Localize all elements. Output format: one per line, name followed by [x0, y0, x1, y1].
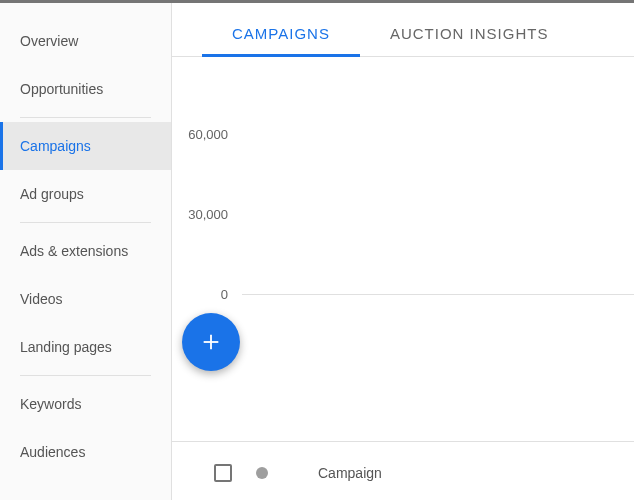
sidebar-item-overview[interactable]: Overview — [0, 17, 171, 65]
sidebar-item-opportunities[interactable]: Opportunities — [0, 65, 171, 113]
sidebar-item-landing-pages[interactable]: Landing pages — [0, 323, 171, 371]
chart-ytick-label: 60,000 — [172, 127, 242, 142]
tabs: CAMPAIGNS AUCTION INSIGHTS — [172, 3, 634, 57]
main-panel: CAMPAIGNS AUCTION INSIGHTS 60,000 30,000… — [172, 3, 634, 500]
chart-ytick-label: 30,000 — [172, 207, 242, 222]
campaign-table-header: Campaign — [172, 441, 634, 482]
sidebar-separator — [20, 222, 151, 223]
plus-icon — [200, 331, 222, 353]
chart-axis-line — [242, 294, 634, 295]
add-campaign-button[interactable] — [182, 313, 240, 371]
chart-ytick-label: 0 — [172, 287, 242, 302]
sidebar-item-campaigns[interactable]: Campaigns — [0, 122, 171, 170]
sidebar-separator — [20, 117, 151, 118]
sidebar-item-videos[interactable]: Videos — [0, 275, 171, 323]
select-all-checkbox[interactable] — [214, 464, 232, 482]
column-header-campaign[interactable]: Campaign — [318, 465, 382, 481]
sidebar-item-audiences[interactable]: Audiences — [0, 428, 171, 476]
campaigns-chart: 60,000 30,000 0 — [172, 97, 634, 317]
sidebar-separator — [20, 375, 151, 376]
tab-campaigns[interactable]: CAMPAIGNS — [202, 25, 360, 56]
sidebar: Overview Opportunities Campaigns Ad grou… — [0, 3, 172, 500]
sidebar-item-ad-groups[interactable]: Ad groups — [0, 170, 171, 218]
sidebar-item-keywords[interactable]: Keywords — [0, 380, 171, 428]
status-indicator-icon — [256, 467, 268, 479]
tab-auction-insights[interactable]: AUCTION INSIGHTS — [360, 25, 579, 56]
sidebar-item-ads-extensions[interactable]: Ads & extensions — [0, 227, 171, 275]
